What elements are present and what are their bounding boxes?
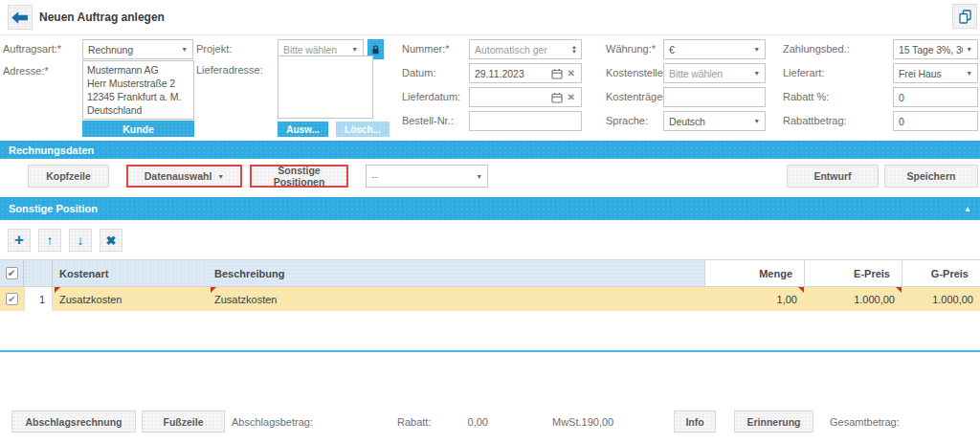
move-position-down-button[interactable]: ↓ — [69, 229, 92, 252]
sprache-dropdown[interactable]: Deutsch ▼ — [663, 111, 766, 131]
rabatt-prozent-label: Rabatt %: — [783, 87, 829, 107]
menge-cell-text: 1,00 — [777, 294, 797, 305]
chevron-down-icon: ▼ — [351, 46, 358, 53]
abschlagsbetrag-label: Abschlagsbetrag: — [232, 411, 313, 433]
order-create-page: Neuen Auftrag anlegen Auftragsart:* Rech… — [0, 0, 980, 444]
entwurf-button[interactable]: Entwurf — [787, 165, 879, 188]
positions-table-header: ✔ Kostenart Beschreibung Menge E-Preis G… — [0, 259, 980, 287]
modified-cell-marker — [55, 287, 60, 293]
waehrung-label: Währung:* — [606, 39, 656, 59]
epreis-column-header[interactable]: E-Preis — [804, 260, 902, 286]
beschreibung-cell-text: Zusatzkosten — [214, 294, 277, 305]
datum-label: Datum: — [402, 63, 435, 83]
projekt-label: Projekt: — [196, 39, 232, 59]
auftragsart-label: Auftragsart:* — [3, 39, 61, 59]
position-type-value: -- — [371, 170, 473, 182]
kostenstelle-value: Bitte wählen — [669, 68, 750, 79]
add-position-button[interactable]: + — [8, 229, 31, 252]
info-button[interactable]: Info — [674, 411, 716, 433]
header-divider — [0, 34, 980, 35]
zahlungsbed-value: 15 Tage 3%, 30 T — [899, 44, 963, 56]
zahlungsbed-dropdown[interactable]: 15 Tage 3%, 30 T ▼ — [893, 39, 978, 59]
gpreis-cell[interactable]: 1.000,00 — [902, 287, 980, 311]
speichern-button[interactable]: Speichern — [884, 165, 978, 188]
auftragsart-value: Rechnung — [88, 44, 178, 56]
gpreis-cell-text: 1.000,00 — [932, 294, 973, 305]
kostenart-cell[interactable]: Zusatzkosten — [53, 287, 209, 311]
erinnerung-button[interactable]: Erinnerung — [734, 411, 813, 433]
adresse-textarea[interactable]: Mustermann AG Herr Musterstraße 2 12345 … — [82, 60, 194, 120]
lieferart-dropdown[interactable]: Frei Haus ▼ — [893, 63, 978, 83]
check-icon: ✔ — [8, 269, 15, 278]
waehrung-dropdown[interactable]: € ▼ — [663, 39, 766, 59]
menge-column-header[interactable]: Menge — [704, 260, 804, 286]
kostenstelle-label: Kostenstelle: — [606, 63, 666, 83]
kostenart-cell-text: Zusatzkosten — [59, 294, 122, 305]
zahlungsbed-label: Zahlungsbed.: — [783, 39, 850, 59]
chevron-down-icon: ▼ — [966, 70, 972, 77]
nummer-input[interactable] — [470, 40, 571, 58]
back-button[interactable] — [8, 5, 33, 30]
check-icon: ✔ — [8, 295, 15, 304]
select-all-checkbox[interactable]: ✔ — [6, 267, 18, 279]
number-stepper[interactable]: ▲ ▼ — [571, 45, 577, 55]
chevron-down-icon: ▼ — [476, 173, 482, 180]
row-number-column-header — [24, 260, 53, 286]
beschreibung-column-header[interactable]: Beschreibung — [209, 260, 704, 286]
x-icon: ✖ — [106, 233, 117, 248]
section-divider — [0, 350, 980, 352]
lieferdatum-field[interactable]: ✕ — [469, 87, 582, 107]
beschreibung-cell[interactable]: Zusatzkosten — [209, 287, 704, 311]
copy-button[interactable] — [952, 4, 977, 29]
lieferadresse-auswahl-button[interactable]: Ausw... — [278, 122, 328, 137]
datum-input[interactable] — [470, 64, 551, 82]
sprache-value: Deutsch — [669, 116, 750, 127]
gpreis-column-header[interactable]: G-Preis — [902, 260, 980, 286]
sonstige-position-section-bar: Sonstige Position ▲ — [0, 197, 980, 220]
datum-field[interactable]: ✕ — [469, 63, 582, 83]
delete-position-button[interactable]: ✖ — [100, 229, 122, 252]
calendar-icon[interactable] — [551, 92, 563, 103]
kopfzeile-button[interactable]: Kopfzeile — [28, 165, 109, 188]
gesamtbetrag-label: Gesamtbetrag: — [830, 411, 900, 433]
row-checkbox[interactable]: ✔ — [6, 293, 18, 305]
stepper-down-icon: ▼ — [571, 50, 577, 55]
abschlagsrechnung-button[interactable]: Abschlagsrechnung — [11, 411, 136, 433]
menge-cell[interactable]: 1,00 — [704, 287, 804, 311]
move-position-up-button[interactable]: ↑ — [38, 229, 61, 252]
rechnungsdaten-section-title: Rechnungsdaten — [9, 144, 94, 156]
kunde-button[interactable]: Kunde — [82, 121, 194, 137]
adresse-label: Adresse:* — [3, 61, 49, 81]
lieferadresse-textarea[interactable] — [278, 56, 373, 119]
nummer-field[interactable]: ▲ ▼ — [469, 39, 582, 59]
datenauswahl-button[interactable]: Datenauswahl ▼ — [126, 165, 242, 188]
chevron-down-icon: ▼ — [753, 70, 760, 77]
waehrung-value: € — [669, 44, 750, 56]
lieferdatum-input[interactable] — [470, 88, 551, 106]
clear-date-icon[interactable]: ✕ — [568, 68, 575, 78]
position-table-row[interactable]: ✔ 1 Zusatzkosten Zusatzkosten 1,00 1.000… — [0, 287, 980, 311]
chevron-down-icon: ▼ — [181, 46, 188, 53]
lieferadresse-loeschen-button[interactable]: Lösch... — [336, 122, 390, 137]
epreis-cell[interactable]: 1.000,00 — [804, 287, 902, 311]
auftragsart-dropdown[interactable]: Rechnung ▼ — [82, 39, 193, 59]
fusszeile-button[interactable]: Fußzeile — [142, 411, 225, 433]
kostentraeger-input[interactable] — [663, 87, 766, 107]
kostenart-column-header[interactable]: Kostenart — [53, 260, 209, 286]
rabattbetrag-input[interactable] — [893, 111, 978, 131]
kostenstelle-dropdown[interactable]: Bitte wählen ▼ — [663, 63, 766, 83]
datenauswahl-label: Datenauswahl — [145, 170, 212, 182]
projekt-value: Bitte wählen — [283, 44, 348, 56]
rechnungsdaten-section-bar: Rechnungsdaten — [0, 141, 980, 159]
nummer-label: Nummer:* — [402, 39, 450, 59]
row-number-cell: 1 — [24, 287, 53, 311]
position-type-dropdown[interactable]: -- ▼ — [366, 165, 488, 188]
lieferadresse-label: Lieferadresse: — [196, 60, 263, 80]
rabatt-prozent-input[interactable] — [893, 87, 978, 107]
calendar-icon[interactable] — [551, 68, 563, 79]
collapse-section-icon[interactable]: ▲ — [964, 205, 971, 213]
sonstige-positionen-button[interactable]: Sonstige Positionen — [250, 165, 348, 188]
bestellnr-input[interactable] — [469, 111, 582, 131]
epreis-cell-text: 1.000,00 — [854, 294, 895, 305]
clear-date-icon[interactable]: ✕ — [568, 92, 575, 102]
